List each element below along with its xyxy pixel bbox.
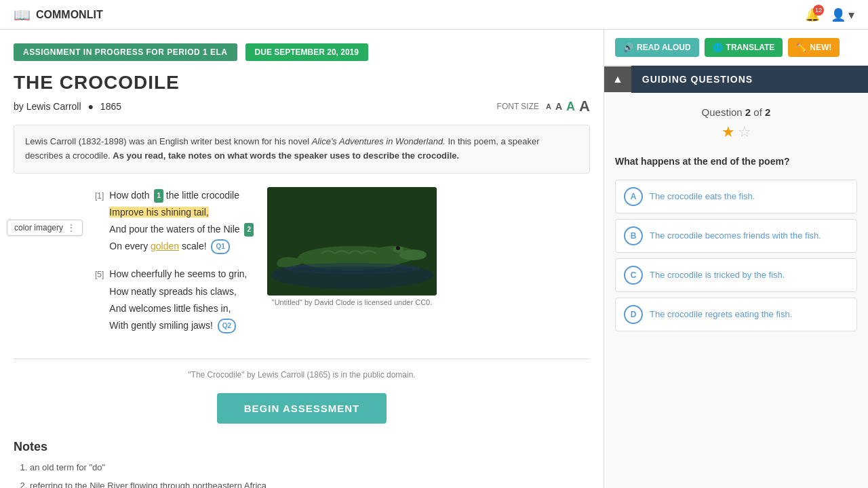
question-total: 2: [765, 106, 770, 118]
option-text-d: The crocodile regrets eating the fish.: [650, 305, 792, 321]
image-caption: "Untitled" by David Clode is licensed un…: [267, 298, 437, 306]
font-size-label: FONT SIZE: [497, 102, 539, 111]
option-text-c: The crocodile is tricked by the fish.: [650, 266, 785, 282]
poem-image-container: "Untitled" by David Clode is licensed un…: [267, 187, 437, 346]
poem-author-year: by Lewis Carroll ● 1865: [14, 101, 121, 112]
meta-dot: ●: [87, 101, 93, 112]
question-text: What happens at the end of the poem?: [615, 155, 857, 169]
poem-left-side: color imagery ⋮ [1] How doth 1 the littl…: [14, 187, 254, 346]
intro-bold: As you read, take notes on what words th…: [113, 150, 459, 161]
notification-button[interactable]: 🔔 12: [805, 7, 820, 22]
annotation-marker-2: 2: [244, 223, 254, 237]
tag-options-icon[interactable]: ⋮: [67, 223, 75, 232]
notes-list: an old term for "do" referring to the Ni…: [14, 461, 590, 488]
poem-title: THE CROCODILE: [14, 72, 590, 94]
stanza-label-2: [5]: [95, 270, 104, 279]
volume-icon: 🔊: [623, 43, 633, 52]
poem-line: How doth 1 the little crocodile: [109, 187, 254, 204]
collapse-button[interactable]: ▲: [604, 66, 631, 92]
notes-section: Notes an old term for "do" referring to …: [14, 440, 590, 488]
font-medium-button[interactable]: A: [555, 102, 562, 111]
poem-line: With gently smiling jaws! Q2: [109, 317, 247, 334]
poem-stanza-1: [1] How doth 1 the little crocodile Impr…: [95, 187, 254, 256]
option-circle-d: D: [624, 305, 643, 324]
guiding-questions-header-row: ▲ GUIDING QUESTIONS: [604, 66, 868, 93]
translate-button[interactable]: 🌐 TRANSLATE: [705, 38, 783, 57]
right-panel: 🔊 READ ALOUD 🌐 TRANSLATE ✏️ NEW! ▲ GUIDI…: [604, 30, 868, 488]
poem-image: [267, 187, 437, 296]
stanza-label-1: [1]: [95, 191, 104, 201]
svg-point-4: [399, 249, 427, 260]
read-aloud-button[interactable]: 🔊 READ ALOUD: [615, 38, 699, 57]
guiding-questions-body: Question 2 of 2 ★ ☆ What happens at the …: [604, 93, 868, 488]
toolbar: 🔊 READ ALOUD 🌐 TRANSLATE ✏️ NEW!: [604, 30, 868, 66]
font-xlarge-button[interactable]: A: [579, 99, 590, 114]
pencil-icon: ✏️: [796, 43, 806, 52]
site-header: 📖 COMMONLIT 🔔 12 👤 ▾: [0, 0, 868, 30]
poem-line: On every golden scale! Q1: [109, 238, 254, 255]
poem-line: How cheerfully he seems to grin,: [109, 266, 247, 283]
font-large-button[interactable]: A: [566, 100, 575, 113]
option-circle-b: B: [624, 226, 643, 245]
intro-box: Lewis Carroll (1832-1898) was an English…: [14, 125, 590, 174]
answer-option-d[interactable]: D The crocodile regrets eating the fish.: [615, 298, 857, 331]
poem-year: 1865: [100, 101, 121, 112]
user-menu-button[interactable]: 👤 ▾: [831, 7, 854, 22]
svg-point-7: [397, 247, 399, 249]
svg-point-9: [291, 266, 413, 273]
golden-text: golden: [151, 241, 179, 251]
section-divider: [14, 359, 590, 359]
poem-content: color imagery ⋮ [1] How doth 1 the littl…: [14, 187, 590, 346]
question-stars: ★ ☆: [615, 123, 857, 141]
list-item: an old term for "do": [30, 461, 590, 475]
answer-option-a[interactable]: A The crocodile eats the fish.: [615, 180, 857, 214]
public-domain-text: "The Crocodile" by Lewis Carroll (1865) …: [14, 370, 590, 380]
q2-marker[interactable]: Q2: [218, 319, 236, 333]
list-item: referring to the Nile River flowing thro…: [30, 479, 590, 488]
guiding-questions-label: GUIDING QUESTIONS: [642, 74, 753, 85]
option-circle-a: A: [624, 187, 643, 206]
poem-line: Improve his shining tail,: [109, 204, 254, 221]
option-text-a: The crocodile eats the fish.: [650, 187, 755, 203]
poem-line: And pour the waters of the Nile 2: [109, 221, 254, 238]
new-button[interactable]: ✏️ NEW!: [788, 38, 840, 57]
star-filled-1: ★: [722, 123, 735, 141]
font-size-controls: FONT SIZE A A A A: [497, 99, 590, 114]
question-num: 2: [745, 106, 751, 118]
option-text-b: The crocodile becomes friends with the f…: [650, 226, 821, 243]
crocodile-svg: [267, 187, 437, 296]
header-right: 🔔 12 👤 ▾: [805, 7, 854, 22]
begin-assessment-button[interactable]: BEGIN ASSESSMENT: [217, 393, 387, 424]
chevron-down-icon: ▾: [848, 7, 854, 22]
annotation-marker-1: 1: [154, 189, 163, 203]
notification-badge: 12: [813, 5, 824, 16]
answer-option-c[interactable]: C The crocodile is tricked by the fish.: [615, 258, 857, 292]
annotation-tag[interactable]: color imagery ⋮: [7, 220, 83, 236]
due-date-banner: DUE SEPTEMBER 20, 2019: [245, 43, 368, 61]
font-small-button[interactable]: A: [546, 103, 551, 110]
annotation-label: color imagery: [14, 223, 63, 232]
poem-stanza-2: [5] How cheerfully he seems to grin, How…: [95, 266, 254, 334]
assignment-banners: ASSIGNMENT IN PROGRESS FOR PERIOD 1 ELA …: [14, 43, 590, 61]
assignment-banner: ASSIGNMENT IN PROGRESS FOR PERIOD 1 ELA: [14, 43, 237, 61]
option-circle-c: C: [624, 266, 643, 285]
notes-title: Notes: [14, 440, 590, 454]
logo-text: COMMONLIT: [36, 9, 103, 21]
site-logo: 📖 COMMONLIT: [14, 7, 103, 23]
star-empty-1: ☆: [738, 123, 751, 141]
translate-icon: 🌐: [713, 43, 723, 52]
poem-line: How neatly spreads his claws,: [109, 283, 247, 300]
question-counter: Question 2 of 2: [615, 106, 857, 118]
main-layout: ASSIGNMENT IN PROGRESS FOR PERIOD 1 ELA …: [0, 30, 868, 488]
guiding-questions-header: GUIDING QUESTIONS: [631, 66, 868, 93]
highlighted-text: Improve his shining tail,: [109, 207, 208, 218]
content-area: ASSIGNMENT IN PROGRESS FOR PERIOD 1 ELA …: [0, 30, 604, 488]
poem-author: by Lewis Carroll: [14, 101, 81, 112]
q1-marker[interactable]: Q1: [211, 239, 229, 254]
book-icon: 📖: [14, 7, 31, 23]
poem-line: And welcomes little fishes in,: [109, 300, 247, 317]
poem-meta: by Lewis Carroll ● 1865 FONT SIZE A A A …: [14, 99, 590, 114]
answer-option-b[interactable]: B The crocodile becomes friends with the…: [615, 219, 857, 253]
